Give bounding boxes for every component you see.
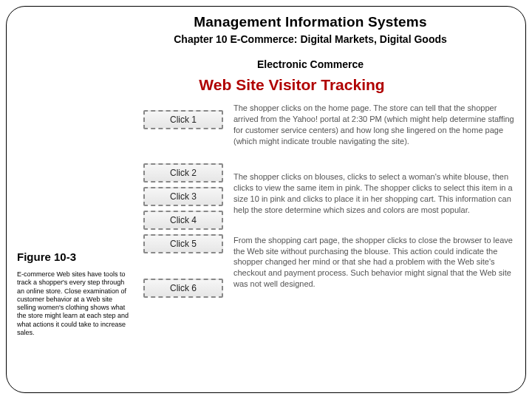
title-topic: Web Site Visitor Tracking: [69, 76, 515, 94]
description-2: The shopper clicks on blouses, clicks to…: [233, 171, 515, 215]
title-chapter: Chapter 10 E-Commerce: Digital Markets, …: [106, 33, 515, 45]
figure-caption: E-commerce Web sites have tools to track…: [17, 270, 132, 337]
title-main: Management Information Systems: [106, 14, 515, 30]
content-area: Figure 10-3 E-commerce Web sites have to…: [17, 103, 515, 337]
click-5-button: Click 5: [143, 234, 223, 253]
click-column: Click 1 Click 2 Click 3 Click 4 Click 5 …: [143, 103, 223, 337]
click-4-button: Click 4: [143, 211, 223, 230]
left-column: Figure 10-3 E-commerce Web sites have to…: [17, 103, 132, 337]
slide-header: Management Information Systems Chapter 1…: [106, 14, 515, 70]
click-1-button: Click 1: [143, 110, 223, 129]
description-1: The shopper clicks on the home page. The…: [233, 103, 515, 146]
click-3-button: Click 3: [143, 187, 223, 206]
diagram: Click 1 Click 2 Click 3 Click 4 Click 5 …: [143, 103, 515, 337]
click-2-button: Click 2: [143, 163, 223, 183]
description-column: The shopper clicks on the home page. The…: [233, 103, 515, 337]
click-6-button: Click 6: [143, 279, 223, 298]
title-section: Electronic Commerce: [106, 58, 515, 70]
figure-label: Figure 10-3: [17, 250, 132, 263]
description-3: From the shopping cart page, the shopper…: [233, 235, 515, 290]
slide-frame: Management Information Systems Chapter 1…: [6, 6, 526, 393]
